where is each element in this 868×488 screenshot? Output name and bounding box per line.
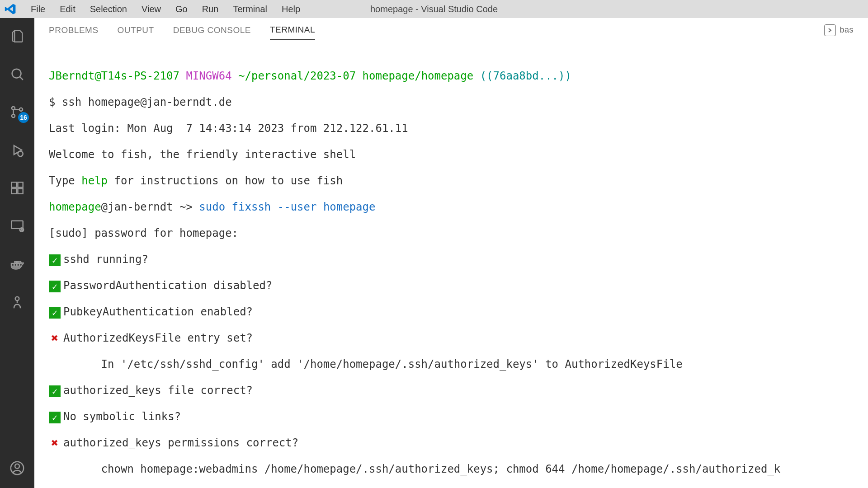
check-line: ✖authorized_keys permissions correct? [49, 436, 868, 450]
source-control-icon[interactable]: 16 [8, 103, 26, 121]
type-help: help [81, 174, 108, 187]
remote-explorer-icon[interactable] [8, 217, 26, 235]
check-line: ✖AuthorizedKeysFile entry set? [49, 332, 868, 345]
type-pre: Type [49, 174, 81, 187]
check-fail-icon: ✖ [49, 332, 61, 344]
check-ok-icon: ✓ [49, 307, 61, 319]
menu-help[interactable]: Help [275, 2, 307, 16]
titlebar: File Edit Selection View Go Run Terminal… [0, 0, 868, 18]
check-ok-icon: ✓ [49, 254, 61, 266]
scm-badge: 16 [18, 112, 29, 123]
check-ok-icon: ✓ [49, 281, 61, 292]
svg-rect-8 [11, 188, 16, 193]
check-ok-icon: ✓ [49, 385, 61, 397]
prompt-path: ~/personal/2023-07_homepage/homepage [238, 70, 473, 82]
activitybar: 16 [0, 18, 34, 488]
last-login: Last login: Mon Aug 7 14:43:14 2023 from… [49, 122, 868, 135]
cmd-ssh: $ ssh homepage@jan-berndt.de [49, 96, 868, 109]
check-text: PasswordAuthentication disabled? [63, 279, 272, 292]
type-post: for instructions on how to use fish [108, 174, 343, 187]
svg-point-4 [19, 108, 23, 111]
svg-point-3 [12, 114, 15, 117]
tab-problems[interactable]: PROBLEMS [49, 21, 99, 40]
svg-point-6 [18, 151, 23, 156]
run-debug-icon[interactable] [8, 141, 26, 159]
sudo-pw: [sudo] password for homepage: [49, 227, 868, 240]
check-text: authorized_keys file correct? [63, 384, 253, 397]
check-text: sshd running? [63, 253, 148, 266]
check-fail-icon: ✖ [49, 437, 61, 449]
panel-tabs: PROBLEMS OUTPUT DEBUG CONSOLE TERMINAL b… [34, 18, 868, 42]
svg-point-15 [15, 297, 19, 301]
menu-go[interactable]: Go [169, 2, 194, 16]
welcome-fish: Welcome to fish, the friendly interactiv… [49, 148, 868, 161]
window-title: homepage - Visual Studio Code [370, 4, 498, 14]
check-line: ✓sshd running? [49, 253, 868, 266]
check-line: ✓No symbolic links? [49, 410, 868, 423]
tab-output[interactable]: OUTPUT [118, 21, 154, 40]
prompt-mingw: MINGW64 [186, 70, 231, 82]
check-text: AuthorizedKeysFile entry set? [63, 332, 253, 344]
menu-view[interactable]: View [135, 2, 167, 16]
svg-rect-7 [11, 182, 16, 187]
terminal-shell-label[interactable]: bas [840, 25, 854, 35]
explorer-icon[interactable] [8, 27, 26, 45]
svg-point-0 [12, 69, 21, 78]
menu-selection[interactable]: Selection [84, 2, 133, 16]
menu-file[interactable]: File [24, 2, 52, 16]
check-hint: In '/etc/ssh/sshd_config' add '/home/hom… [49, 358, 868, 371]
prompt-user: JBerndt@T14s-PS-2107 [49, 70, 179, 82]
menu-edit[interactable]: Edit [53, 2, 81, 16]
terminal-launch-icon[interactable] [824, 24, 836, 36]
tab-terminal[interactable]: TERMINAL [270, 20, 315, 40]
fish-cmd: sudo fixssh --user homepage [193, 201, 376, 213]
check-line: ✓PasswordAuthentication disabled? [49, 279, 868, 292]
search-icon[interactable] [8, 65, 26, 83]
gitlens-icon[interactable] [8, 293, 26, 311]
docker-icon[interactable] [8, 255, 26, 273]
tab-debug-console[interactable]: DEBUG CONSOLE [173, 21, 251, 40]
menu-terminal[interactable]: Terminal [226, 2, 274, 16]
fish-user: homepage [49, 201, 101, 213]
check-text: authorized_keys permissions correct? [63, 436, 298, 449]
fish-at: @jan-berndt ~> [101, 201, 193, 213]
extensions-icon[interactable] [8, 179, 26, 197]
menu-run[interactable]: Run [196, 2, 225, 16]
panel-area: PROBLEMS OUTPUT DEBUG CONSOLE TERMINAL b… [34, 18, 868, 488]
vscode-logo-icon [4, 2, 17, 16]
svg-point-17 [15, 464, 19, 469]
prompt-branch: ((76aa8bd...)) [480, 70, 571, 82]
check-text: No symbolic links? [63, 410, 181, 423]
check-hint: chown homepage:webadmins /home/homepage/… [49, 463, 868, 476]
check-text: PubkeyAuthentication enabled? [63, 305, 253, 318]
svg-line-1 [20, 77, 23, 80]
accounts-icon[interactable] [8, 459, 26, 477]
check-ok-icon: ✓ [49, 412, 61, 423]
svg-rect-10 [18, 182, 23, 187]
check-line: ✓PubkeyAuthentication enabled? [49, 305, 868, 319]
terminal-output[interactable]: JBerndt@T14s-PS-2107 MINGW64 ~/personal/… [34, 42, 868, 488]
svg-rect-9 [18, 188, 23, 193]
check-line: ✓authorized_keys file correct? [49, 384, 868, 397]
